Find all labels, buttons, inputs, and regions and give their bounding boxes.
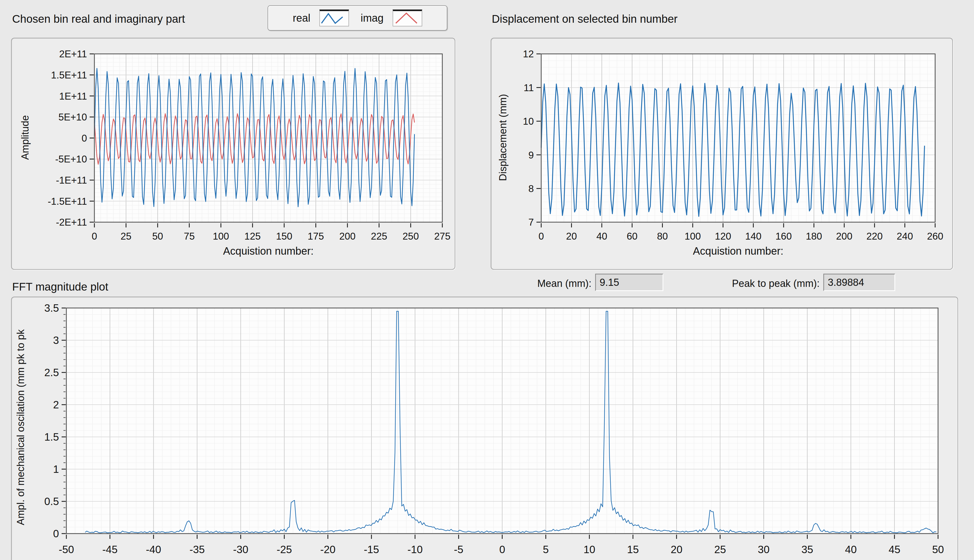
chart-displacement-canvas: 0204060801001201401601802002202402601211… <box>491 38 952 268</box>
svg-text:2E+11: 2E+11 <box>59 48 87 60</box>
chart-real-imag-title: Chosen bin real and imaginary part <box>12 13 185 25</box>
svg-text:1E+11: 1E+11 <box>59 91 87 102</box>
svg-text:25: 25 <box>714 543 726 555</box>
svg-text:7: 7 <box>528 217 534 228</box>
svg-text:45: 45 <box>889 543 900 555</box>
svg-text:3.5: 3.5 <box>44 302 59 314</box>
svg-text:15: 15 <box>627 543 639 555</box>
svg-text:100: 100 <box>685 231 701 242</box>
svg-text:3: 3 <box>53 334 59 346</box>
svg-text:-25: -25 <box>277 543 292 555</box>
svg-text:30: 30 <box>758 543 770 555</box>
svg-text:8: 8 <box>528 183 534 194</box>
svg-text:-45: -45 <box>102 543 118 555</box>
svg-text:100: 100 <box>213 231 229 242</box>
chart-real-imag-canvas: 02550751001251501752002252502752E+111.5E… <box>11 38 454 268</box>
svg-text:0: 0 <box>82 133 87 144</box>
svg-text:175: 175 <box>308 231 324 242</box>
labview-front-panel: Chosen bin real and imaginary part Displ… <box>0 0 974 560</box>
chart-fft-ylabel: Ampl. of mechanical oscilation (mm pk to… <box>15 298 27 557</box>
svg-text:-20: -20 <box>320 543 336 555</box>
svg-text:1.5E+11: 1.5E+11 <box>51 70 87 80</box>
svg-text:180: 180 <box>806 231 822 242</box>
real-line-sample-icon <box>320 11 346 25</box>
legend-real-line-sample[interactable] <box>319 10 349 27</box>
legend-imag-line-sample[interactable] <box>393 10 422 27</box>
svg-text:-5E+10: -5E+10 <box>55 154 87 165</box>
svg-text:120: 120 <box>715 231 731 242</box>
svg-text:-5: -5 <box>454 543 463 555</box>
svg-text:5: 5 <box>543 543 549 555</box>
svg-text:0: 0 <box>499 543 505 555</box>
svg-text:10: 10 <box>523 116 534 127</box>
chart-displacement-title: Displacement on selected bin number <box>492 13 678 25</box>
svg-text:40: 40 <box>596 231 607 242</box>
svg-text:125: 125 <box>244 231 261 242</box>
svg-text:225: 225 <box>371 231 387 242</box>
svg-text:160: 160 <box>775 231 792 242</box>
legend-item-imag[interactable]: imag <box>361 10 422 27</box>
legend-imag-label: imag <box>361 12 384 24</box>
legend-item-real[interactable]: real <box>293 10 349 27</box>
chart-fft-canvas: -50-45-40-35-30-25-20-15-10-505101520253… <box>11 297 957 560</box>
svg-text:2.5: 2.5 <box>44 367 59 378</box>
svg-text:-30: -30 <box>233 543 248 555</box>
svg-text:75: 75 <box>184 231 195 242</box>
mean-value-field[interactable]: 9.15 <box>595 274 663 291</box>
svg-text:40: 40 <box>845 543 857 555</box>
svg-text:-1E+11: -1E+11 <box>56 175 87 186</box>
peak-to-peak-label: Peak to peak (mm): <box>690 278 820 289</box>
svg-text:250: 250 <box>403 231 419 242</box>
svg-text:10: 10 <box>583 543 595 555</box>
svg-text:200: 200 <box>836 231 852 242</box>
svg-text:0.5: 0.5 <box>44 495 59 507</box>
svg-text:-50: -50 <box>59 543 74 555</box>
svg-text:275: 275 <box>434 231 451 242</box>
svg-text:50: 50 <box>152 231 163 242</box>
svg-text:260: 260 <box>927 231 943 242</box>
svg-text:0: 0 <box>538 231 544 242</box>
chart-displacement-xlabel: Acquistion number: <box>659 245 817 257</box>
svg-text:0: 0 <box>92 231 97 242</box>
svg-text:240: 240 <box>897 231 913 242</box>
svg-text:-10: -10 <box>408 543 423 555</box>
svg-text:-15: -15 <box>364 543 379 555</box>
svg-text:1.5: 1.5 <box>44 431 59 443</box>
chart-real-imag-xlabel: Acquistion number: <box>189 245 347 257</box>
mean-label: Mean (mm): <box>497 278 591 289</box>
peak-to-peak-value-field[interactable]: 3.89884 <box>823 274 895 291</box>
chart-real-imag-ylabel: Amplitude <box>20 85 31 190</box>
svg-text:80: 80 <box>657 231 668 242</box>
imag-line-sample-icon <box>393 11 419 25</box>
chart-displacement-ylabel: Displacement (mm) <box>497 72 509 204</box>
svg-text:20: 20 <box>671 543 683 555</box>
plot-legend: real imag <box>267 5 447 31</box>
svg-text:50: 50 <box>932 543 944 555</box>
svg-text:20: 20 <box>566 231 577 242</box>
svg-text:2: 2 <box>53 399 59 410</box>
legend-real-label: real <box>293 12 311 24</box>
svg-text:12: 12 <box>523 48 534 60</box>
svg-text:-1.5E+11: -1.5E+11 <box>48 196 87 207</box>
svg-text:5E+10: 5E+10 <box>58 112 87 123</box>
svg-text:1: 1 <box>53 463 59 475</box>
svg-text:0: 0 <box>53 528 59 539</box>
svg-text:-35: -35 <box>190 543 205 555</box>
svg-text:150: 150 <box>276 231 292 242</box>
svg-text:25: 25 <box>120 231 131 242</box>
svg-text:11: 11 <box>524 82 534 93</box>
svg-text:35: 35 <box>801 543 813 555</box>
svg-text:200: 200 <box>339 231 356 242</box>
svg-text:-40: -40 <box>146 543 161 555</box>
svg-text:9: 9 <box>528 150 534 161</box>
svg-text:220: 220 <box>866 231 883 242</box>
chart-fft-title: FFT magnitude plot <box>12 280 108 293</box>
svg-text:140: 140 <box>745 231 762 242</box>
svg-text:-2E+11: -2E+11 <box>56 217 87 228</box>
svg-text:60: 60 <box>627 231 637 242</box>
